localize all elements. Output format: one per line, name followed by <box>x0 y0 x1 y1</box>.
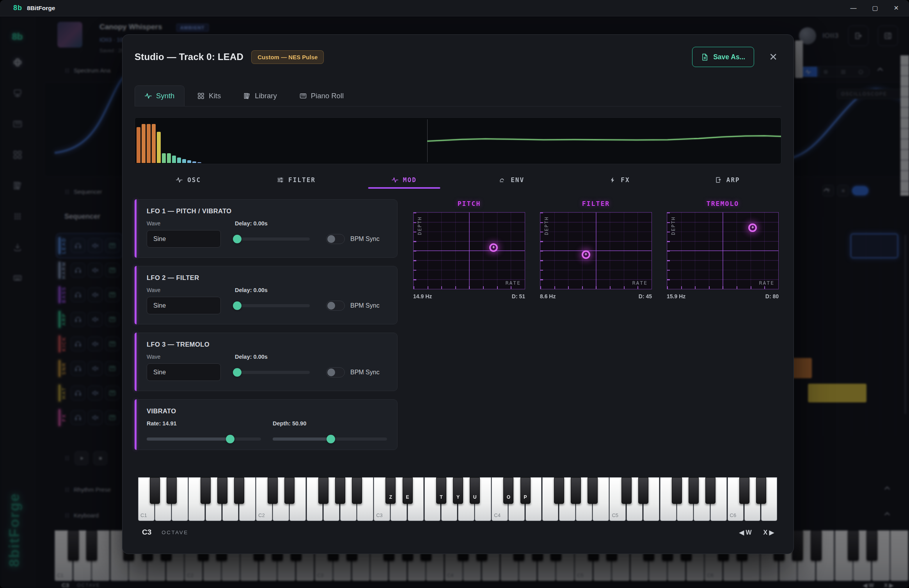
titlebar: 8b 8BitForge — ▢ ✕ <box>0 0 909 16</box>
octave-up-button[interactable]: X ▶ <box>763 529 774 536</box>
tab-library[interactable]: Library <box>234 85 287 106</box>
black-key[interactable] <box>335 477 345 504</box>
vibrato-rate-slider[interactable] <box>147 430 261 448</box>
black-key[interactable]: Y <box>453 477 463 504</box>
modal-title: Studio — Track 0: LEAD <box>135 51 243 62</box>
pad-rate-value: 8.6 Hz <box>540 293 556 299</box>
subtab-mod[interactable]: MOD <box>350 171 458 189</box>
subtab-env[interactable]: ENV <box>458 171 566 189</box>
slider-thumb[interactable] <box>327 435 335 443</box>
black-key[interactable] <box>554 477 564 504</box>
black-key[interactable] <box>352 477 362 504</box>
black-key[interactable] <box>217 477 227 504</box>
black-key[interactable] <box>268 477 278 504</box>
lfo2-wave-select[interactable]: Sine <box>147 297 221 314</box>
black-key[interactable] <box>689 477 699 504</box>
black-key[interactable]: E <box>403 477 413 504</box>
slider-thumb[interactable] <box>233 368 241 377</box>
pitch-pad-column: PITCH DEPTH RATE 14.9 Hz D: 51 <box>413 200 525 299</box>
octave-label: C4 <box>494 512 501 518</box>
lfo1-bpm-sync-toggle[interactable] <box>326 234 345 244</box>
lfo2-title: LFO 2 — FILTER <box>147 274 387 282</box>
vibrato-depth-slider[interactable] <box>273 430 387 448</box>
black-key[interactable]: P <box>520 477 531 504</box>
wave-label: Wave <box>147 354 221 360</box>
black-key[interactable] <box>621 477 632 504</box>
lfo2-delay-slider[interactable] <box>235 297 310 314</box>
spectrum-bar <box>182 159 186 163</box>
vibrato-rate-label: Rate: 14.91 <box>147 420 261 427</box>
lfo3-bpm-sync-toggle[interactable] <box>326 367 345 377</box>
slider-thumb[interactable] <box>233 235 241 243</box>
black-key[interactable] <box>756 477 766 504</box>
black-key[interactable]: Z <box>385 477 396 504</box>
maximize-button[interactable]: ▢ <box>872 4 878 12</box>
tab-synth[interactable]: Synth <box>135 85 185 106</box>
black-key[interactable] <box>739 477 749 504</box>
black-key[interactable] <box>588 477 598 504</box>
toggle-knob <box>327 302 335 310</box>
window-close-button[interactable]: ✕ <box>894 4 899 12</box>
black-key[interactable] <box>638 477 648 504</box>
filter-xy-pad[interactable]: DEPTH RATE <box>540 212 652 289</box>
toggle-knob <box>327 235 335 243</box>
black-key[interactable] <box>234 477 244 504</box>
tab-kits[interactable]: Kits <box>188 85 231 106</box>
lfo2-bpm-sync-toggle[interactable] <box>326 301 345 311</box>
black-key[interactable] <box>150 477 160 504</box>
lfo3-wave-select[interactable]: Sine <box>147 363 221 381</box>
lfo1-wave-select[interactable]: Sine <box>147 230 221 248</box>
spectrum-bar <box>167 153 171 163</box>
key-hint-label: T <box>440 494 442 500</box>
minimize-button[interactable]: — <box>850 5 856 12</box>
lfo3-title: LFO 3 — TREMOLO <box>147 341 387 348</box>
subtab-label: ARP <box>726 176 740 184</box>
pad-point[interactable] <box>489 243 498 252</box>
subtab-arp[interactable]: ARP <box>674 171 781 189</box>
black-key[interactable]: O <box>503 477 513 504</box>
black-key[interactable] <box>167 477 177 504</box>
pad-point[interactable] <box>582 250 590 259</box>
rate-axis-label: RATE <box>506 280 521 286</box>
wave-value: Sine <box>153 236 166 243</box>
pitch-xy-pad[interactable]: DEPTH RATE <box>413 212 525 289</box>
octave-label: OCTAVE <box>162 530 188 535</box>
modal-close-button[interactable]: ✕ <box>769 52 778 62</box>
subtab-filter[interactable]: FILTER <box>242 171 350 189</box>
save-as-button[interactable]: Save As... <box>692 47 754 67</box>
spectrum-bar <box>152 124 156 163</box>
pad-depth-value: D: 80 <box>765 293 779 299</box>
toggle-knob <box>327 368 335 376</box>
tremolo-xy-pad[interactable]: DEPTH RATE <box>667 212 779 289</box>
tremolo-pad-column: TREMOLO DEPTH RATE 15.9 Hz D: 80 <box>667 200 779 299</box>
synth-section-tabs: OSCFILTERMODENVFXARP <box>135 171 781 189</box>
black-key[interactable] <box>284 477 295 504</box>
subtab-fx[interactable]: FX <box>566 171 673 189</box>
subtab-label: MOD <box>403 176 417 184</box>
spectrum-bar <box>142 124 146 163</box>
octave-down-button[interactable]: ◀ W <box>739 529 752 536</box>
slider-thumb[interactable] <box>226 435 234 443</box>
lfo1-delay-slider[interactable] <box>235 230 310 248</box>
black-key[interactable]: T <box>436 477 446 504</box>
subtab-osc[interactable]: OSC <box>135 171 242 189</box>
spectrum-bars <box>137 120 201 163</box>
lfo3-delay-slider[interactable] <box>235 363 310 381</box>
black-key[interactable] <box>201 477 211 504</box>
vibrato-title: VIBRATO <box>147 407 387 415</box>
black-key[interactable] <box>705 477 715 504</box>
black-key[interactable] <box>571 477 581 504</box>
library-icon <box>243 92 250 99</box>
black-key[interactable]: U <box>470 477 480 504</box>
subtab-label: ENV <box>511 176 524 184</box>
pad-rate-value: 15.9 Hz <box>667 293 685 299</box>
black-key[interactable] <box>672 477 682 504</box>
slider-thumb[interactable] <box>233 301 241 310</box>
tab-piano-roll[interactable]: Piano Roll <box>290 85 353 106</box>
sliders-icon <box>277 177 284 183</box>
spectrum-bar <box>137 127 140 163</box>
black-key[interactable] <box>318 477 328 504</box>
current-octave: C3 <box>142 528 151 537</box>
wave-value: Sine <box>153 369 166 376</box>
pad-point[interactable] <box>748 223 757 232</box>
